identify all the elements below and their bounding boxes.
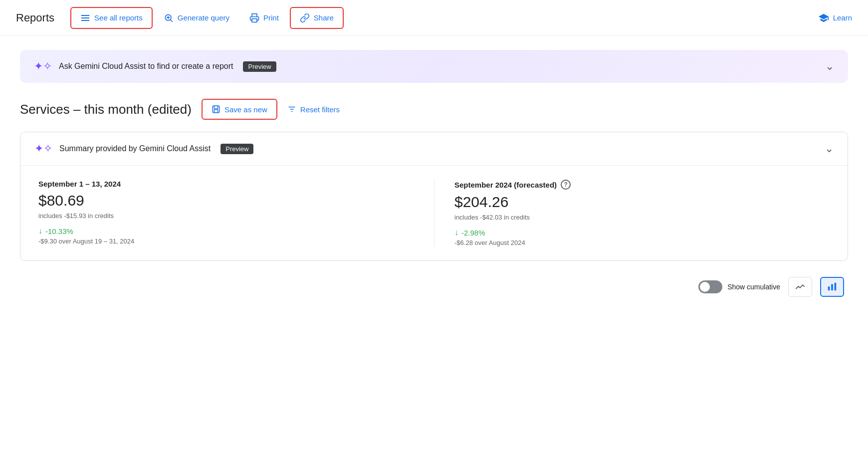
bottom-bar: Show cumulative [20, 277, 848, 297]
left-amount: $80.69 [38, 192, 414, 209]
summary-chevron-icon: ⌄ [825, 142, 834, 155]
summary-preview-badge: Preview [220, 144, 253, 154]
right-change: ↓ -2.98% [454, 228, 830, 237]
toggle-knob [700, 282, 710, 292]
summary-card: ✦✧ Summary provided by Gemini Cloud Assi… [20, 132, 848, 261]
chevron-down-icon: ⌄ [825, 60, 834, 73]
generate-query-label: Generate query [178, 13, 229, 22]
summary-body: September 1 – 13, 2024 $80.69 includes -… [20, 165, 848, 260]
summary-header-left: ✦✧ Summary provided by Gemini Cloud Assi… [34, 142, 253, 155]
see-all-reports-label: See all reports [94, 13, 143, 22]
sparkle-icon: ✦✧ [34, 60, 52, 73]
share-label: Share [314, 13, 334, 22]
line-chart-icon [795, 281, 806, 293]
header-right: Learn [818, 12, 852, 23]
toggle-track [698, 280, 722, 293]
svg-line-4 [171, 19, 173, 21]
gemini-preview-badge: Preview [243, 61, 276, 72]
left-change: ↓ -10.33% [38, 227, 414, 235]
left-period: September 1 – 13, 2024 [38, 180, 414, 188]
list-icon [80, 13, 90, 23]
main-content: ✦✧ Ask Gemini Cloud Assist to find or cr… [0, 36, 868, 311]
share-icon [300, 13, 310, 23]
print-icon [249, 13, 259, 23]
svg-rect-15 [831, 284, 833, 290]
learn-button[interactable]: Learn [818, 12, 852, 23]
left-change-desc: -$9.30 over August 19 – 31, 2024 [38, 237, 414, 245]
reset-filters-button[interactable]: Reset filters [287, 105, 340, 114]
svg-rect-7 [252, 18, 257, 22]
header-nav: See all reports Generate query [70, 7, 818, 29]
right-period: September 2024 (forecasted) ? [454, 180, 830, 190]
svg-rect-10 [214, 110, 218, 113]
cumulative-toggle[interactable] [698, 280, 722, 293]
show-cumulative-label: Show cumulative [727, 283, 780, 291]
report-title: Services – this month (edited) [20, 102, 192, 117]
save-icon [212, 105, 220, 114]
right-credits: includes -$42.03 in credits [454, 214, 830, 221]
summary-header-text: Summary provided by Gemini Cloud Assist [59, 144, 211, 153]
right-change-desc: -$6.28 over August 2024 [454, 239, 830, 246]
line-chart-button[interactable] [788, 277, 812, 297]
print-button[interactable]: Print [240, 8, 288, 28]
page-title: Reports [16, 11, 54, 24]
learn-label: Learn [833, 13, 852, 22]
summary-card-header[interactable]: ✦✧ Summary provided by Gemini Cloud Assi… [20, 132, 848, 165]
right-amount: $204.26 [454, 194, 830, 211]
share-button[interactable]: Share [290, 7, 344, 29]
app-header: Reports See all reports Gen [0, 0, 868, 36]
graduation-icon [818, 12, 829, 23]
gemini-banner[interactable]: ✦✧ Ask Gemini Cloud Assist to find or cr… [20, 50, 848, 83]
summary-right-col: September 2024 (forecasted) ? $204.26 in… [434, 180, 830, 246]
filter-icon [287, 105, 296, 114]
svg-rect-16 [835, 282, 837, 290]
bar-chart-button[interactable] [820, 277, 844, 297]
generate-query-button[interactable]: Generate query [155, 8, 238, 28]
save-as-new-button[interactable]: Save as new [202, 99, 277, 120]
down-arrow-icon-2: ↓ [454, 228, 458, 237]
query-icon [164, 13, 174, 23]
see-all-reports-button[interactable]: See all reports [70, 7, 153, 29]
left-credits: includes -$15.93 in credits [38, 212, 414, 220]
print-label: Print [263, 13, 279, 22]
svg-rect-9 [214, 106, 218, 108]
save-as-new-label: Save as new [224, 105, 267, 114]
gemini-banner-text: Ask Gemini Cloud Assist to find or creat… [59, 62, 233, 71]
summary-left-col: September 1 – 13, 2024 $80.69 includes -… [38, 180, 434, 246]
down-arrow-icon: ↓ [38, 227, 42, 235]
show-cumulative-container: Show cumulative [698, 280, 780, 293]
sparkle-icon-2: ✦✧ [34, 142, 52, 155]
gemini-banner-content: ✦✧ Ask Gemini Cloud Assist to find or cr… [34, 60, 276, 73]
reset-filters-label: Reset filters [300, 105, 340, 114]
report-title-row: Services – this month (edited) Save as n… [20, 99, 848, 120]
svg-rect-14 [828, 286, 830, 290]
bar-chart-icon [827, 281, 838, 293]
help-icon[interactable]: ? [561, 180, 571, 190]
